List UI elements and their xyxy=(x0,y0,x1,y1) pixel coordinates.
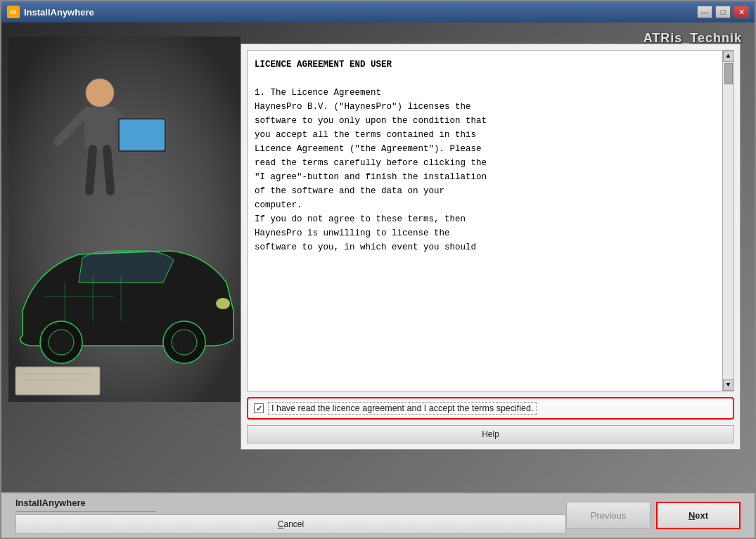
svg-rect-21 xyxy=(15,367,100,395)
next-label: Next xyxy=(688,510,708,521)
svg-line-8 xyxy=(107,149,110,191)
previous-label: Previous xyxy=(591,510,627,521)
help-row: Help xyxy=(247,425,734,443)
nav-buttons: Previous Next xyxy=(566,502,741,529)
svg-point-20 xyxy=(216,298,230,309)
title-controls: — □ ✕ xyxy=(697,6,749,18)
title-bar: IA InstallAnywhere — □ ✕ xyxy=(1,1,755,22)
scrollbar[interactable]: ▲ ▼ xyxy=(722,51,733,391)
scrollbar-track xyxy=(724,62,733,379)
accept-checkbox[interactable]: ✓ xyxy=(254,403,264,413)
bottom-left: InstallAnywhere Cancel xyxy=(15,498,566,534)
restore-button[interactable]: □ xyxy=(715,6,731,18)
bottom-bar: InstallAnywhere Cancel Previous Next xyxy=(1,492,755,538)
cancel-label: Cancel xyxy=(278,519,304,529)
next-button[interactable]: Next xyxy=(656,502,741,529)
close-button[interactable]: ✕ xyxy=(733,6,749,18)
previous-button[interactable]: Previous xyxy=(566,502,651,529)
svg-rect-10 xyxy=(120,119,165,150)
installer-window: IA InstallAnywhere — □ ✕ ATRis_Technik xyxy=(0,0,756,539)
title-bar-left: IA InstallAnywhere xyxy=(7,6,94,18)
svg-point-13 xyxy=(49,330,74,355)
scrollbar-thumb[interactable] xyxy=(724,63,733,84)
main-panel: LICENCE AGREEMENT END USER 1. The Licenc… xyxy=(241,44,741,450)
separator-line xyxy=(15,511,156,512)
minimize-button[interactable]: — xyxy=(697,6,712,18)
install-anywhere-label: InstallAnywhere xyxy=(15,498,566,508)
svg-point-15 xyxy=(172,330,197,355)
window-title: InstallAnywhere xyxy=(24,7,94,18)
scroll-up-arrow[interactable]: ▲ xyxy=(723,51,734,62)
license-text: 1. The Licence Agreement HaynesPro B.V. … xyxy=(255,88,487,252)
cancel-underline: C xyxy=(278,519,284,529)
svg-text:IA: IA xyxy=(11,8,18,15)
svg-line-7 xyxy=(89,149,93,191)
content-area: ATRis_Technik xyxy=(1,22,755,492)
scroll-down-arrow[interactable]: ▼ xyxy=(723,379,734,391)
svg-rect-4 xyxy=(84,107,115,149)
license-title: LICENCE AGREEMENT END USER xyxy=(255,60,392,70)
app-icon: IA xyxy=(7,6,20,18)
license-content: LICENCE AGREEMENT END USER 1. The Licenc… xyxy=(255,58,726,254)
svg-point-3 xyxy=(86,79,114,107)
checkbox-check-mark: ✓ xyxy=(256,404,262,413)
accept-terms-label: I have read the licence agreement and I … xyxy=(268,402,537,415)
svg-rect-11 xyxy=(124,155,160,157)
next-underline: N xyxy=(688,510,695,521)
accept-terms-row[interactable]: ✓ I have read the licence agreement and … xyxy=(247,397,734,420)
cancel-button[interactable]: Cancel xyxy=(15,514,566,534)
help-button[interactable]: Help xyxy=(247,425,734,443)
license-text-area: LICENCE AGREEMENT END USER 1. The Licenc… xyxy=(247,50,734,391)
car-illustration xyxy=(8,37,241,402)
